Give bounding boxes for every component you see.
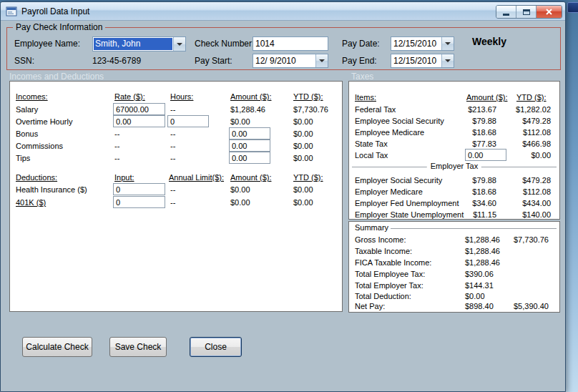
bonus-hours: -- [170, 129, 175, 139]
commissions-amount-input[interactable] [229, 139, 270, 152]
bonus-amount-input[interactable] [229, 127, 270, 139]
income-row-label: Salary [16, 105, 38, 114]
close-icon [546, 9, 552, 15]
close-button[interactable] [537, 6, 562, 18]
tips-hours: -- [170, 154, 175, 163]
tax-ytd: $434.00 [506, 199, 551, 208]
ded-amount-header: Amount ($): [230, 173, 271, 182]
input-header: Input: [114, 173, 134, 182]
bonus-rate: -- [114, 129, 119, 139]
save-check-button[interactable]: Save Check [109, 337, 167, 357]
amount-header: Amount ($): [230, 92, 271, 102]
health-ytd: $0.00 [293, 185, 313, 195]
chevron-down-icon[interactable] [441, 54, 454, 67]
income-row-label: Overtime Hourly [16, 117, 72, 127]
overtime-hours-input[interactable] [167, 115, 209, 127]
summary-value: $1,288.46 [465, 235, 500, 245]
chevron-down-icon[interactable] [441, 37, 454, 50]
employee-name-combobox[interactable]: Smith, John [92, 36, 186, 52]
pay-frequency-label: Weekly [472, 36, 506, 47]
tips-ytd: $0.00 [293, 154, 313, 163]
close-check-button[interactable]: Close [190, 337, 242, 357]
summary-row-label: Gross Income: [355, 235, 406, 245]
local-tax-input[interactable] [465, 149, 506, 161]
summary-value: $1,288.46 [465, 258, 500, 268]
salary-ytd: $7,730.76 [293, 105, 328, 114]
check-number-label: Check Number: [195, 39, 254, 49]
k401-input[interactable] [113, 196, 165, 208]
health-insurance-input[interactable] [113, 183, 165, 195]
tax-amount: $79.88 [454, 176, 496, 185]
ssn-label: SSN: [14, 56, 34, 66]
minimize-button[interactable] [496, 6, 516, 18]
summary-value: $0.00 [465, 292, 485, 301]
tips-amount-input[interactable] [229, 152, 270, 164]
pay-end-value: 12/15/2010 [391, 54, 441, 67]
incomes-deductions-panel: Incomes: Rate ($): Hours: Amount ($): YT… [9, 81, 343, 312]
commissions-hours: -- [170, 142, 175, 151]
pay-start-picker[interactable]: 12/ 9/2010 [253, 54, 328, 68]
summary-ytd: $5,390.40 [514, 302, 549, 311]
salary-rate-input[interactable] [113, 103, 165, 115]
check-number-input[interactable] [253, 36, 328, 51]
window-title: Payroll Data Input [21, 6, 89, 16]
tax-ytd: $466.98 [506, 139, 551, 149]
income-row-label: Bonus [16, 129, 38, 139]
summary-value: $898.40 [465, 302, 494, 311]
tax-row-label: Federal Tax [355, 105, 396, 114]
employee-name-value: Smith, John [94, 38, 172, 50]
summary-value: $144.31 [465, 281, 494, 290]
chevron-down-icon[interactable] [173, 37, 185, 51]
employee-name-label: Employee Name: [14, 39, 80, 49]
ssn-value: 123-45-6789 [92, 56, 141, 66]
titlebar[interactable]: Payroll Data Input [1, 2, 565, 21]
pay-date-label: Pay Date: [342, 39, 380, 49]
summary-row-label: FICA Taxable Income: [355, 258, 431, 268]
pay-date-picker[interactable]: 12/15/2010 [391, 36, 454, 51]
income-row-label: Tips [16, 154, 30, 163]
maximize-icon [523, 9, 530, 15]
taxes-panel: Items: Amount ($): YTD ($): Federal Tax … [348, 81, 560, 220]
summary-row-label: Total Employee Tax: [355, 270, 425, 279]
summary-row-label: Total Deduction: [355, 292, 411, 301]
payroll-window: Payroll Data Input Pay Check Information… [0, 1, 566, 392]
tax-ytd: $112.08 [506, 187, 551, 197]
salary-hours: -- [170, 105, 175, 114]
ded-ytd-header: YTD ($): [293, 173, 323, 182]
background-window-button[interactable] [567, 2, 578, 13]
local-tax-label: Local Tax [355, 151, 388, 160]
summary-row-label: Total Employer Tax: [355, 281, 423, 290]
section-incomes-deductions: Incomes and Deductions [9, 72, 104, 82]
tax-row-label: State Tax [355, 139, 388, 149]
calculate-check-button[interactable]: Calculate Check [22, 337, 92, 357]
pay-end-picker[interactable]: 12/15/2010 [391, 54, 454, 68]
bonus-ytd: $0.00 [293, 129, 313, 139]
overtime-rate-input[interactable] [113, 115, 165, 127]
overtime-amount: $0.00 [230, 117, 250, 127]
app-icon [6, 6, 17, 17]
deductions-header: Deductions: [16, 173, 57, 182]
commissions-ytd: $0.00 [293, 142, 313, 151]
summary-label: Summary [355, 223, 388, 232]
tax-ytd: $140.00 [506, 210, 551, 220]
summary-ytd: $7,730.76 [514, 235, 549, 245]
tips-rate: -- [114, 154, 119, 163]
tax-amount: $11.15 [454, 210, 496, 220]
health-amount: $0.00 [230, 185, 250, 195]
deduction-row-label: Health Insurance ($) [16, 185, 87, 195]
commissions-rate: -- [114, 142, 119, 151]
rate-header: Rate ($): [114, 92, 145, 102]
tax-amount: $79.88 [454, 117, 496, 126]
chevron-down-icon[interactable] [315, 54, 328, 67]
pay-end-label: Pay End: [342, 56, 377, 66]
tax-row-label: Employer State Unemployment [355, 210, 464, 220]
overtime-ytd: $0.00 [293, 117, 313, 127]
items-header: Items: [355, 93, 376, 102]
maximize-button[interactable] [516, 6, 537, 18]
paycheck-info-group-label: Pay Check Information [13, 22, 105, 32]
pay-start-label: Pay Start: [195, 56, 232, 66]
k401-ytd: $0.00 [293, 198, 313, 207]
tax-row-label: Employer Social Security [355, 176, 442, 185]
deduction-row-label-401k[interactable]: 401K ($) [16, 198, 46, 207]
tax-row-label: Employee Social Security [355, 117, 444, 126]
